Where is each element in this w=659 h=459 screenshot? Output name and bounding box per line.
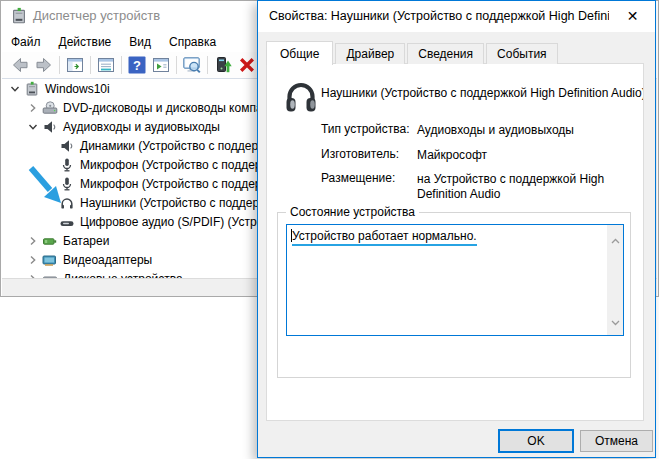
window-title: Диспетчер устройств: [33, 1, 160, 31]
location-value: на Устройство с поддержкой High Definiti…: [417, 172, 635, 202]
chevron-right-icon[interactable]: [27, 236, 39, 246]
textarea-scrollbar[interactable]: [607, 225, 623, 335]
tree-item-label: Видеоадаптеры: [63, 253, 152, 267]
microphone-icon: [59, 176, 75, 192]
properties-icon[interactable]: [94, 54, 118, 76]
device-status-group-title: Состояние устройства: [286, 205, 419, 219]
dialog-title: Свойства: Наушники (Устройство с поддерж…: [269, 1, 609, 32]
menu-action[interactable]: Действие: [50, 31, 121, 52]
scan-hardware-changes-icon[interactable]: [180, 54, 204, 76]
battery-icon: [42, 233, 58, 249]
tab-general[interactable]: Общие: [266, 41, 333, 65]
svg-text:?: ?: [133, 58, 141, 73]
digital-audio-icon: [59, 214, 75, 230]
manufacturer-label: Изготовитель:: [321, 147, 399, 161]
device-status-group: Состояние устройства Устройство работает…: [277, 212, 631, 378]
menu-help[interactable]: Справка: [160, 31, 225, 52]
dialog-titlebar: Свойства: Наушники (Устройство с поддерж…: [258, 1, 655, 32]
headphones-icon: [282, 77, 320, 115]
show-console-tree-icon[interactable]: [63, 54, 87, 76]
cancel-button[interactable]: Отмена: [580, 430, 653, 452]
chevron-down-icon[interactable]: [27, 122, 39, 132]
menu-file[interactable]: Файл: [2, 31, 50, 52]
chevron-right-icon[interactable]: [27, 103, 39, 113]
help-icon[interactable]: ?: [125, 54, 149, 76]
forward-icon[interactable]: [32, 54, 56, 76]
tab-driver[interactable]: Драйвер: [335, 43, 405, 64]
properties-dialog: Свойства: Наушники (Устройство с поддерж…: [257, 0, 656, 458]
uninstall-icon[interactable]: [235, 54, 259, 76]
tree-item-label: Аудиовходы и аудиовыходы: [63, 120, 220, 134]
ok-button[interactable]: OK: [498, 429, 574, 453]
toolbar-separator: [121, 56, 122, 74]
chevron-right-icon[interactable]: [27, 255, 39, 265]
back-icon[interactable]: [8, 54, 32, 76]
speaker-icon: [42, 119, 58, 135]
chevron-down-icon[interactable]: [9, 84, 21, 94]
toolbar-separator: [59, 56, 60, 74]
tab-events[interactable]: События: [486, 43, 558, 64]
tab-strip: Общие Драйвер Сведения События: [266, 40, 560, 64]
close-icon[interactable]: ✕: [610, 2, 655, 31]
location-label: Размещение:: [321, 171, 395, 185]
update-driver-icon[interactable]: [211, 54, 235, 76]
menu-view[interactable]: Вид: [120, 31, 160, 52]
video-adapter-icon: [42, 252, 58, 268]
device-name: Наушники (Устройство с поддержкой High D…: [321, 86, 644, 100]
tab-page-general: Наушники (Устройство с поддержкой High D…: [266, 63, 644, 421]
computer-icon: [24, 81, 40, 97]
toolbar-separator: [176, 56, 177, 74]
tab-details[interactable]: Сведения: [407, 43, 484, 64]
manufacturer-value: Майкрософт: [417, 148, 635, 163]
dvd-drive-icon: [42, 100, 58, 116]
device-type-value: Аудиовходы и аудиовыходы: [417, 123, 635, 138]
microphone-icon: [59, 157, 75, 173]
speaker-icon: [59, 138, 75, 154]
tree-item-label: Windows10i: [45, 82, 110, 96]
toolbar-separator: [207, 56, 208, 74]
disk-icon: [42, 271, 58, 279]
device-status-textarea[interactable]: Устройство работает нормально.: [286, 224, 624, 336]
device-type-label: Тип устройства:: [321, 122, 410, 136]
headphones-icon: [59, 195, 75, 211]
show-action-pane-icon[interactable]: [149, 54, 173, 76]
tree-item-label: Батареи: [63, 234, 109, 248]
scroll-up-icon[interactable]: [611, 230, 620, 248]
device-status-text: Устройство работает нормально.: [291, 229, 603, 243]
toolbar-separator: [90, 56, 91, 74]
device-manager-app-icon: [10, 7, 28, 25]
scroll-down-icon[interactable]: [611, 312, 620, 330]
